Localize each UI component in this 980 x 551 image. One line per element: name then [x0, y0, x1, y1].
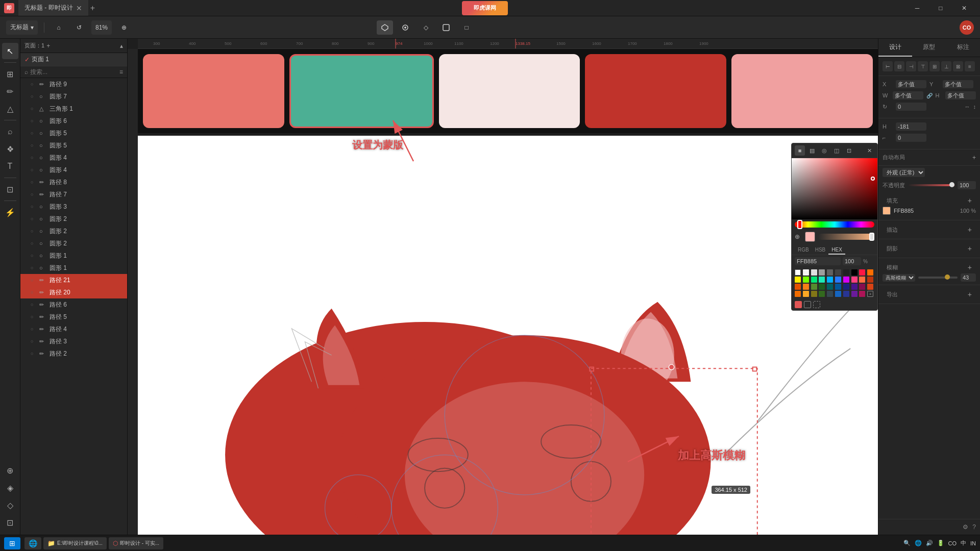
- image-tool[interactable]: ⊡: [2, 181, 18, 197]
- layer-visibility-icon[interactable]: ○: [31, 302, 38, 307]
- blur-value-input[interactable]: [961, 273, 976, 282]
- hue-thumb[interactable]: [797, 220, 802, 229]
- color-card-light-pink[interactable]: [439, 54, 580, 128]
- preview-button[interactable]: ◇: [418, 20, 434, 35]
- taskbar-search-icon[interactable]: 🔍: [903, 540, 911, 546]
- taskbar-explorer[interactable]: 📁 E:\即时设计课程\0...: [43, 537, 107, 549]
- layer-item[interactable]: ○ ○ 圆形 3: [20, 201, 127, 213]
- user-avatar[interactable]: CO: [960, 20, 974, 35]
- layer-visibility-icon[interactable]: ○: [31, 155, 38, 160]
- layer-visibility-icon[interactable]: ○: [31, 106, 38, 111]
- color-gradient-field[interactable]: [792, 158, 877, 219]
- canvas-area[interactable]: 300 400 500 600 700 800 900 974 1000 110…: [128, 39, 878, 535]
- text-tool[interactable]: T: [2, 158, 18, 174]
- color-card-coral[interactable]: [143, 54, 284, 128]
- cp-radial-btn[interactable]: ◎: [819, 145, 829, 156]
- cp-swatch[interactable]: [867, 269, 873, 276]
- layer-item[interactable]: ○ ○ 圆形 6: [20, 115, 127, 127]
- blur-type-select[interactable]: 高斯模糊 背景模糊: [883, 274, 915, 282]
- canvas-content[interactable]: 设置为蒙版: [138, 49, 878, 535]
- share-button[interactable]: [438, 20, 454, 35]
- taskbar-lang[interactable]: 中: [961, 539, 966, 547]
- maximize-button[interactable]: □: [929, 0, 952, 16]
- zoom-add-button[interactable]: ⊕: [116, 20, 132, 35]
- layer-visibility-icon[interactable]: ○: [31, 290, 38, 295]
- layer-item[interactable]: ○ ○ 圆形 1: [20, 249, 127, 262]
- cp-swatch[interactable]: [827, 269, 833, 276]
- layer-visibility-icon[interactable]: ○: [31, 216, 38, 221]
- layer-visibility-icon[interactable]: ○: [31, 82, 38, 87]
- undo-button[interactable]: ↺: [71, 20, 87, 35]
- y-input[interactable]: [943, 80, 973, 88]
- cp-swatch[interactable]: [819, 277, 825, 283]
- align-bottom[interactable]: ⊥: [941, 61, 951, 71]
- snap-button[interactable]: [377, 20, 393, 35]
- cp-opacity-slider[interactable]: [818, 234, 874, 240]
- color-card-dark-red[interactable]: [585, 54, 726, 128]
- layer-item[interactable]: ○ ○ 圆形 1: [20, 262, 127, 274]
- align-right[interactable]: ⊣: [906, 61, 916, 71]
- layer-item[interactable]: ○ ✏ 路径 5: [20, 311, 127, 323]
- tab-close-icon[interactable]: ✕: [76, 4, 82, 12]
- blend-mode-select[interactable]: 外观 (正常) 正常 正片叠底 滤色: [883, 168, 925, 177]
- minimize-button[interactable]: ─: [905, 0, 929, 16]
- layer-item[interactable]: ○ ✏ 路径 3: [20, 335, 127, 347]
- settings-icon[interactable]: ⚙: [963, 523, 968, 531]
- cp-swatch[interactable]: [835, 269, 841, 276]
- layer-item[interactable]: ○ ○ 圆形 2: [20, 237, 127, 249]
- cp-swatch[interactable]: [827, 291, 833, 297]
- rotation-input[interactable]: [896, 103, 926, 111]
- x-input[interactable]: [896, 80, 926, 88]
- blur-thumb[interactable]: [945, 274, 950, 280]
- layer-visibility-icon[interactable]: ○: [31, 339, 38, 344]
- community-tool[interactable]: ⊕: [2, 462, 18, 479]
- tab-design[interactable]: 设计: [878, 39, 912, 57]
- add-page-button[interactable]: +: [46, 42, 50, 49]
- fill-add-icon[interactable]: +: [968, 196, 972, 205]
- cp-swatch[interactable]: [819, 269, 825, 276]
- layer-item[interactable]: ○ ○ 圆形 2: [20, 225, 127, 237]
- layer-visibility-icon[interactable]: ○: [31, 351, 38, 356]
- layer-item[interactable]: ○ ✏ 路径 20: [20, 286, 127, 298]
- layer-visibility-icon[interactable]: ○: [31, 94, 38, 99]
- layer-item[interactable]: ○ ✏ 路径 2: [20, 347, 127, 360]
- taskbar-design[interactable]: ⬡ 即时设计 - 可实...: [109, 537, 163, 549]
- cp-rgb-tab[interactable]: RGB: [795, 246, 812, 255]
- layer-visibility-icon[interactable]: ○: [31, 180, 38, 185]
- cp-swatch[interactable]: [851, 277, 857, 283]
- align-center-h[interactable]: ⊟: [894, 61, 904, 71]
- layer-item[interactable]: ○ ○ 圆形 5: [20, 139, 127, 152]
- cp-img-btn[interactable]: ⊡: [844, 145, 854, 156]
- frame-tool[interactable]: ⊞: [2, 66, 18, 82]
- layer-item[interactable]: ○ ✏ 路径 4: [20, 323, 127, 335]
- prototype-tool[interactable]: ◇: [2, 497, 18, 513]
- blur-slider[interactable]: [918, 277, 958, 279]
- flip-v-icon[interactable]: ↕: [973, 104, 976, 110]
- cp-swatch[interactable]: [859, 277, 865, 283]
- layer-item[interactable]: ○ ✏ 路径 21: [20, 274, 127, 286]
- cp-swatch[interactable]: [803, 291, 809, 297]
- layer-visibility-icon[interactable]: ○: [31, 118, 38, 123]
- cp-swatch[interactable]: [843, 269, 849, 276]
- layer-visibility-icon[interactable]: ○: [31, 204, 38, 209]
- page-item[interactable]: ✓ 页面 1: [20, 53, 127, 66]
- pen-tool[interactable]: ✏: [2, 83, 18, 99]
- select-tool[interactable]: ↖: [2, 43, 18, 59]
- cp-hex-input[interactable]: [795, 257, 841, 265]
- cp-swatch[interactable]: [843, 284, 849, 290]
- align-top[interactable]: ⊤: [918, 61, 928, 71]
- collapse-pages-button[interactable]: ▴: [120, 42, 123, 49]
- cp-swatch[interactable]: [859, 284, 865, 290]
- blur-add-icon[interactable]: +: [968, 263, 972, 271]
- cp-add-swatch[interactable]: [804, 301, 811, 308]
- layer-item[interactable]: ○ △ 三角形 1: [20, 103, 127, 115]
- layer-item[interactable]: ○ ○ 圆形 5: [20, 127, 127, 139]
- cp-swatch[interactable]: [851, 291, 857, 297]
- layer-visibility-icon[interactable]: ○: [31, 131, 38, 136]
- cp-swatch[interactable]: [795, 269, 801, 276]
- flip-h-icon[interactable]: ↔: [965, 104, 970, 110]
- taskbar-browser[interactable]: 🌐: [24, 537, 41, 549]
- opacity-input[interactable]: [958, 181, 976, 189]
- handoff-tool[interactable]: ⊡: [2, 514, 18, 531]
- cp-swatch[interactable]: [795, 277, 801, 283]
